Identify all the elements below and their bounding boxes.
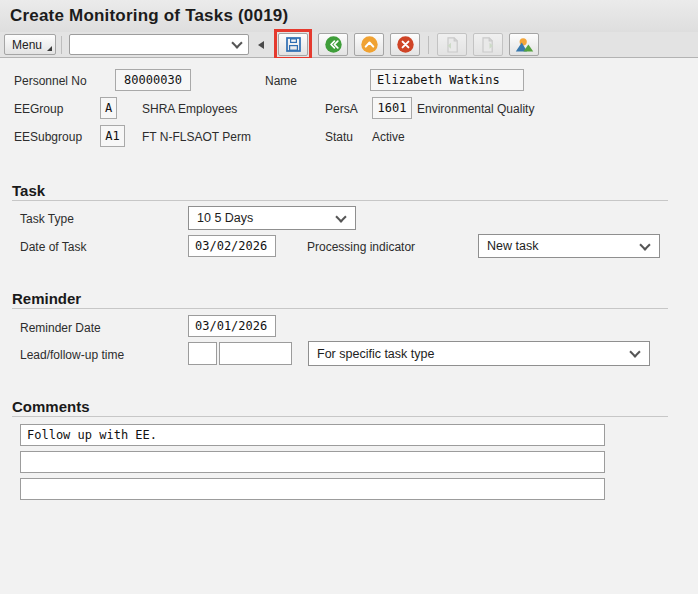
cancel-button[interactable]	[390, 33, 420, 56]
overview-mountains-icon	[515, 36, 534, 54]
ee-group-label: EEGroup	[14, 102, 63, 116]
personnel-no-label: Personnel No	[14, 74, 87, 88]
next-record-page-icon	[479, 36, 497, 54]
collapse-left-arrow-icon[interactable]	[258, 41, 264, 49]
previous-record-button[interactable]	[437, 33, 467, 56]
application-toolbar: Menu	[0, 32, 698, 58]
command-field[interactable]	[69, 34, 249, 55]
exit-button[interactable]	[354, 33, 384, 56]
save-button[interactable]	[278, 33, 308, 56]
title-bar: Create Monitoring of Tasks (0019)	[0, 0, 698, 32]
chevron-down-icon	[639, 239, 650, 250]
name-field[interactable]: Elizabeth Watkins	[370, 69, 524, 91]
processing-indicator-select[interactable]: New task	[478, 234, 660, 258]
status-label: Statu	[325, 130, 353, 144]
pers-a-text: Environmental Quality	[417, 102, 534, 116]
ee-subgroup-field[interactable]: A1	[100, 125, 125, 147]
reminder-date-label: Reminder Date	[20, 321, 101, 335]
reminder-date-input[interactable]	[188, 315, 276, 337]
pers-a-field[interactable]: 1601	[372, 97, 412, 119]
task-section-heading: Task	[12, 182, 45, 200]
chevron-down-icon	[335, 211, 346, 222]
cancel-red-circle-icon	[396, 35, 415, 54]
processing-indicator-value: New task	[487, 239, 538, 253]
task-type-select[interactable]: 10 5 Days	[188, 206, 356, 230]
reminder-section-heading: Reminder	[12, 290, 81, 308]
lead-time-amount-input[interactable]	[188, 342, 217, 365]
next-record-button[interactable]	[473, 33, 503, 56]
status-value: Active	[372, 130, 405, 144]
back-green-circle-icon	[324, 35, 343, 54]
ee-subgroup-label: EESubgroup	[14, 130, 82, 144]
save-highlight-box	[274, 29, 312, 60]
lead-time-unit-select[interactable]: For specific task type	[308, 341, 650, 366]
lead-time-label: Lead/follow-up time	[20, 348, 124, 362]
back-button[interactable]	[318, 33, 348, 56]
toolbar-separator	[61, 36, 62, 54]
toolbar-separator	[428, 36, 429, 54]
save-floppy-icon	[285, 36, 302, 53]
menu-button-label: Menu	[12, 38, 42, 52]
comments-section-divider	[12, 416, 668, 417]
exit-orange-circle-icon	[360, 35, 379, 54]
task-type-label: Task Type	[20, 212, 74, 226]
comment-line-1-input[interactable]	[20, 424, 605, 446]
processing-indicator-label: Processing indicator	[307, 240, 415, 254]
menu-button[interactable]: Menu	[4, 34, 56, 55]
ee-group-text: SHRA Employees	[142, 102, 237, 116]
chevron-down-icon	[629, 346, 640, 357]
comment-line-2-input[interactable]	[20, 451, 605, 473]
name-label: Name	[265, 74, 297, 88]
overview-button[interactable]	[509, 33, 539, 56]
page-title: Create Monitoring of Tasks (0019)	[10, 6, 288, 26]
date-of-task-label: Date of Task	[20, 240, 86, 254]
menu-dropdown-corner-icon	[47, 46, 52, 51]
reminder-section-divider	[12, 308, 668, 309]
date-of-task-input[interactable]	[188, 235, 276, 257]
form-content: Personnel No 80000030 Name Elizabeth Wat…	[0, 58, 698, 594]
lead-time-extra-input[interactable]	[219, 342, 292, 365]
ee-group-field[interactable]: A	[100, 97, 117, 119]
pers-a-label: PersA	[325, 102, 358, 116]
task-section-divider	[12, 200, 668, 201]
ee-subgroup-text: FT N-FLSAOT Perm	[142, 130, 251, 144]
previous-record-page-icon	[443, 36, 461, 54]
comment-line-3-input[interactable]	[20, 478, 605, 500]
chevron-down-icon	[231, 37, 242, 48]
personnel-no-field[interactable]: 80000030	[115, 69, 191, 91]
lead-time-unit-value: For specific task type	[317, 347, 434, 361]
comments-section-heading: Comments	[12, 398, 90, 416]
task-type-value: 10 5 Days	[197, 211, 253, 225]
